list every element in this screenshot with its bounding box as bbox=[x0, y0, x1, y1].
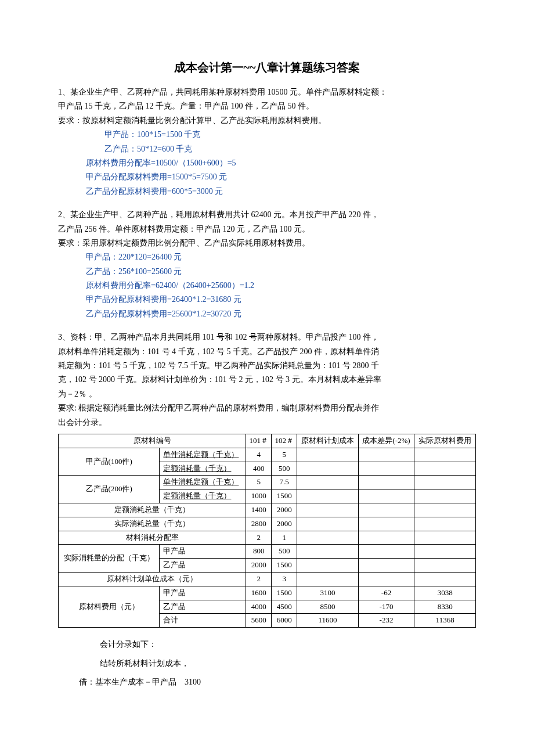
q2-answer2: 乙产品：256*100=25600 元 bbox=[86, 265, 476, 278]
cell bbox=[414, 503, 476, 517]
q3-line5: 为－2％ 。 bbox=[58, 388, 476, 401]
alloc-b: 乙产品 bbox=[160, 559, 246, 573]
cell: 4500 bbox=[272, 600, 297, 614]
cell: 2 bbox=[246, 572, 272, 586]
cell bbox=[414, 531, 476, 545]
cell bbox=[297, 559, 359, 573]
cell bbox=[297, 572, 359, 586]
cell: 1600 bbox=[246, 586, 272, 600]
table-row: 原材料费用（元） 甲产品 1600 1500 3100 -62 3038 bbox=[59, 586, 476, 600]
q1-answer2: 乙产品：50*12=600 千克 bbox=[104, 143, 476, 156]
cell bbox=[358, 517, 414, 531]
cell bbox=[297, 448, 359, 462]
cell: 2000 bbox=[272, 517, 297, 531]
cell: 5600 bbox=[246, 614, 272, 628]
q1-answer5: 乙产品分配原材料费用=600*5=3000 元 bbox=[86, 185, 476, 198]
cell: 8500 bbox=[297, 600, 359, 614]
rate-label: 材料消耗分配率 bbox=[59, 531, 246, 545]
cell bbox=[358, 448, 414, 462]
cell: 4000 bbox=[246, 600, 272, 614]
cell: 11600 bbox=[297, 614, 359, 628]
cell bbox=[414, 559, 476, 573]
actual-total-label: 实际消耗总量（千克） bbox=[59, 517, 246, 531]
q1-line1: 1、某企业生产甲、乙两种产品，共同耗用某种原材料费用 10500 元。单件产品原… bbox=[58, 86, 476, 99]
cell bbox=[358, 545, 414, 559]
cell bbox=[414, 476, 476, 489]
q1-answer1: 甲产品：100*15=1500 千克 bbox=[104, 128, 476, 141]
table-row: 材料消耗分配率 2 1 bbox=[59, 531, 476, 545]
cell bbox=[297, 545, 359, 559]
cell: 1 bbox=[272, 531, 297, 545]
quota-consume-a: 定额消耗量（千克） bbox=[160, 462, 246, 476]
cell bbox=[297, 517, 359, 531]
cell: 7.5 bbox=[272, 476, 297, 489]
cell: 5 bbox=[246, 476, 272, 489]
fee-label: 原材料费用（元） bbox=[59, 586, 160, 627]
cell: 6000 bbox=[272, 614, 297, 628]
q2-line3: 要求：采用原材料定额费用比例分配甲、乙产品实际耗用原材料费用。 bbox=[58, 237, 476, 250]
cell: 1500 bbox=[272, 559, 297, 573]
cell bbox=[414, 462, 476, 476]
q2-line2: 乙产品 256 件。单件原材料费用定额：甲产品 120 元，乙产品 100 元。 bbox=[58, 223, 476, 236]
cell: 5 bbox=[272, 448, 297, 462]
q3-line6: 要求: 根据定额消耗量比例法分配甲乙两种产品的原材料费用，编制原材料费用分配表并… bbox=[58, 402, 476, 415]
cell: 1500 bbox=[272, 586, 297, 600]
post-line1: 会计分录如下： bbox=[100, 638, 476, 651]
prod-a-label: 甲产品(100件) bbox=[59, 448, 160, 476]
unit-quota-a: 单件消耗定额（千克） bbox=[160, 448, 246, 462]
q2-line1: 2、某企业生产甲、乙两种产品，耗用原材料费用共计 62400 元。本月投产甲产品… bbox=[58, 208, 476, 221]
th-actual: 实际原材料费用 bbox=[414, 434, 476, 448]
cell: 1400 bbox=[246, 503, 272, 517]
q2-answer1: 甲产品：220*120=26400 元 bbox=[86, 251, 476, 264]
cell bbox=[297, 462, 359, 476]
q1-answer3: 原材料费用分配率=10500/（1500+600）=5 bbox=[86, 157, 476, 170]
fee-total: 合计 bbox=[160, 614, 246, 628]
cell: -62 bbox=[358, 586, 414, 600]
cell bbox=[414, 545, 476, 559]
cell bbox=[414, 489, 476, 503]
prod-b-label: 乙产品(200件) bbox=[59, 476, 160, 503]
q2-answer4: 甲产品分配原材料费用=26400*1.2=31680 元 bbox=[86, 293, 476, 306]
allocation-table: 原材料编号 101＃ 102＃ 原材料计划成本 成本差异(-2%) 实际原材料费… bbox=[58, 434, 476, 628]
q3-line3: 耗定额为：101 号 5 千克，102 号 7.5 千克。甲乙两种产品实际消耗总… bbox=[58, 359, 476, 372]
q3-line2: 原材料单件消耗定额为：101 号 4 千克，102 号 5 千克。乙产品投产 2… bbox=[58, 345, 476, 358]
cell bbox=[358, 476, 414, 489]
alloc-label: 实际消耗量的分配（千克） bbox=[59, 545, 160, 573]
cell: 3 bbox=[272, 572, 297, 586]
cell: 3038 bbox=[414, 586, 476, 600]
cell: -170 bbox=[358, 600, 414, 614]
th-plan-cost: 原材料计划成本 bbox=[297, 434, 359, 448]
alloc-a: 甲产品 bbox=[160, 545, 246, 559]
q3-line4: 克，102 号 2000 千克。原材料计划单价为：101 号 2 元，102 号… bbox=[58, 373, 476, 386]
table-row: 实际消耗量的分配（千克） 甲产品 800 500 bbox=[59, 545, 476, 559]
cell: 3100 bbox=[297, 586, 359, 600]
post-line3: 借：基本生产成本－甲产品 3100 bbox=[79, 676, 476, 689]
th-102: 102＃ bbox=[272, 434, 297, 448]
th-101: 101＃ bbox=[246, 434, 272, 448]
cell: 8330 bbox=[414, 600, 476, 614]
q3-line1: 3、资料：甲、乙两种产品本月共同耗用 101 号和 102 号两种原材料。甲产品… bbox=[58, 331, 476, 344]
cell bbox=[414, 572, 476, 586]
q2-answer3: 原材料费用分配率=62400/（26400+25600）=1.2 bbox=[86, 279, 476, 292]
table-row: 实际消耗总量（千克） 2800 2000 bbox=[59, 517, 476, 531]
cell bbox=[297, 476, 359, 489]
page-title: 成本会计第一~~八章计算题练习答案 bbox=[58, 58, 476, 77]
q1-answer4: 甲产品分配原材料费用=1500*5=7500 元 bbox=[86, 171, 476, 183]
cell bbox=[358, 489, 414, 503]
cell: 2000 bbox=[272, 503, 297, 517]
cell bbox=[297, 531, 359, 545]
unit-cost-label: 原材料计划单位成本（元） bbox=[59, 572, 246, 586]
q2-answer5: 乙产品分配原材料费用=25600*1.2=30720 元 bbox=[86, 308, 476, 321]
cell: 400 bbox=[246, 462, 272, 476]
cell bbox=[297, 489, 359, 503]
q1-line3: 要求：按原材料定额消耗量比例分配计算甲、乙产品实际耗用原材料费用。 bbox=[58, 114, 476, 127]
fee-a: 甲产品 bbox=[160, 586, 246, 600]
cell: 2000 bbox=[246, 559, 272, 573]
table-row: 原材料编号 101＃ 102＃ 原材料计划成本 成本差异(-2%) 实际原材料费… bbox=[59, 434, 476, 448]
table-row: 定额消耗总量（千克） 1400 2000 bbox=[59, 503, 476, 517]
cell bbox=[358, 559, 414, 573]
cell: 500 bbox=[272, 462, 297, 476]
th-diff: 成本差异(-2%) bbox=[358, 434, 414, 448]
table-row: 原材料计划单位成本（元） 2 3 bbox=[59, 572, 476, 586]
cell: 4 bbox=[246, 448, 272, 462]
